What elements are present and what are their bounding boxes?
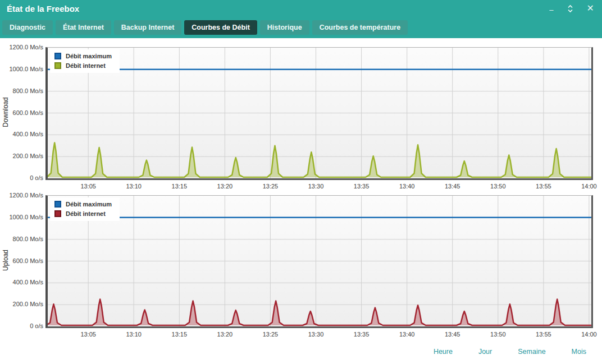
y-tick-label: 0 o/s <box>0 322 43 329</box>
legend-item: Débit maximum <box>54 201 112 208</box>
y-tick-label: 0 o/s <box>0 174 43 181</box>
chart-content: Download1200.0 Mo/s1000.0 Mo/s800.0 Mo/s… <box>0 38 602 364</box>
x-tick-label: 13:10 <box>126 331 142 338</box>
legend-swatch-icon <box>54 210 61 217</box>
time-range-links: HeureJourSemaineMois <box>0 339 602 364</box>
tab-historique[interactable]: Historique <box>260 20 309 35</box>
legend-item: Débit maximum <box>54 53 112 59</box>
y-tick-label: 800.0 Mo/s <box>0 236 43 242</box>
y-tick-label: 400.0 Mo/s <box>0 131 43 137</box>
legend-label: Débit maximum <box>66 201 112 208</box>
x-tick-label: 13:30 <box>308 331 324 338</box>
time-range-link-semaine[interactable]: Semaine <box>518 348 545 356</box>
y-tick-label: 800.0 Mo/s <box>0 87 43 94</box>
x-tick-label: 13:05 <box>80 183 96 190</box>
legend-swatch-icon <box>54 201 61 208</box>
x-tick-label: 13:40 <box>399 331 415 338</box>
legend-label: Débit internet <box>66 62 106 69</box>
y-tick-label: 200.0 Mo/s <box>0 153 43 159</box>
x-tick-label: 13:55 <box>536 331 551 338</box>
download-chart-svg <box>48 48 591 178</box>
y-tick-label: 600.0 Mo/s <box>0 257 43 264</box>
x-tick-label: 13:15 <box>172 183 188 190</box>
x-tick-label: 13:35 <box>354 331 370 338</box>
x-tick-label: 13:45 <box>445 183 460 190</box>
download-plot-area: Débit maximumDébit internet <box>45 47 593 180</box>
x-tick-label: 13:35 <box>354 183 370 190</box>
x-tick-label: 13:50 <box>490 183 506 190</box>
resize-icon <box>567 4 573 13</box>
upload-plot-area: Débit maximumDébit internet <box>45 195 593 328</box>
x-tick-label: 13:25 <box>263 183 279 190</box>
legend-swatch-icon <box>54 62 61 69</box>
time-range-link-mois[interactable]: Mois <box>572 348 586 356</box>
close-button[interactable]: ✕ <box>587 4 594 13</box>
legend-item: Débit internet <box>54 62 112 69</box>
legend-label: Débit internet <box>66 210 106 217</box>
resize-button[interactable] <box>567 4 573 13</box>
x-tick-label: 13:05 <box>80 331 96 338</box>
x-tick-label: 13:40 <box>399 183 415 190</box>
download-chart: Download1200.0 Mo/s1000.0 Mo/s800.0 Mo/s… <box>0 43 602 191</box>
download-legend: Débit maximumDébit internet <box>50 49 120 73</box>
tab-bar: DiagnosticÉtat InternetBackup InternetCo… <box>0 17 602 38</box>
window-title: État de la Freebox <box>7 4 549 13</box>
minimize-button[interactable]: – <box>549 6 553 13</box>
legend-swatch-icon <box>54 53 61 59</box>
legend-item: Débit internet <box>54 210 112 217</box>
x-tick-label: 13:45 <box>445 331 460 338</box>
y-tick-label: 1000.0 Mo/s <box>0 214 43 220</box>
x-tick-label: 13:50 <box>490 331 506 338</box>
tab-diagnostic[interactable]: Diagnostic <box>2 20 53 35</box>
y-tick-label: 200.0 Mo/s <box>0 301 43 307</box>
tab-backup-internet[interactable]: Backup Internet <box>114 20 181 35</box>
time-range-link-jour[interactable]: Jour <box>478 348 492 356</box>
upload-chart: Upload1200.0 Mo/s1000.0 Mo/s800.0 Mo/s60… <box>0 191 602 339</box>
x-tick-label: 13:30 <box>308 183 324 190</box>
x-tick-label: 13:20 <box>217 331 233 338</box>
y-tick-label: 1000.0 Mo/s <box>0 66 43 72</box>
y-tick-label: 1200.0 Mo/s <box>0 44 43 50</box>
legend-label: Débit maximum <box>66 53 112 59</box>
y-tick-label: 600.0 Mo/s <box>0 109 43 116</box>
x-tick-label: 13:25 <box>263 331 279 338</box>
y-tick-label: 400.0 Mo/s <box>0 279 43 285</box>
y-tick-label: 1200.0 Mo/s <box>0 192 43 199</box>
window-controls: – ✕ <box>549 4 594 13</box>
tab-courbes-de-temperature[interactable]: Courbes de température <box>312 20 408 35</box>
x-tick-label: 13:15 <box>172 331 188 338</box>
titlebar: État de la Freebox – ✕ <box>0 0 602 17</box>
tab-courbes-de-debit[interactable]: Courbes de Débit <box>184 20 257 35</box>
time-range-link-heure[interactable]: Heure <box>434 348 453 356</box>
x-tick-label: 14:00 <box>581 183 597 190</box>
upload-chart-svg <box>48 196 591 326</box>
x-tick-label: 13:20 <box>217 183 233 190</box>
x-tick-label: 13:10 <box>126 183 142 190</box>
x-tick-label: 14:00 <box>581 331 597 338</box>
freebox-status-window: État de la Freebox – ✕ DiagnosticÉtat In… <box>0 0 602 364</box>
x-tick-label: 13:55 <box>536 183 551 190</box>
upload-legend: Débit maximumDébit internet <box>50 197 120 221</box>
tab-etat-internet[interactable]: État Internet <box>56 20 111 35</box>
